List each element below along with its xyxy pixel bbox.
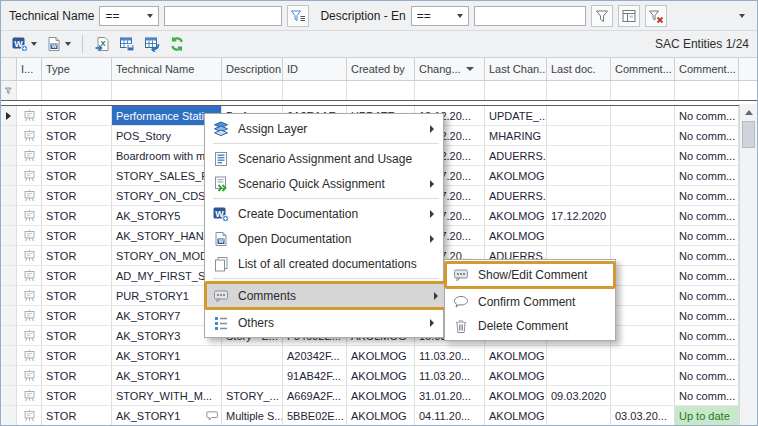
filter-button[interactable]	[591, 5, 613, 27]
cell-created[interactable]: AKOLMOG	[347, 406, 415, 425]
cell-entity-icon[interactable]	[17, 406, 42, 425]
cell-entity-icon[interactable]	[17, 286, 42, 305]
menu-item-create-documentation[interactable]: WCreate Documentation	[207, 201, 441, 226]
cell-comment1[interactable]	[611, 106, 675, 125]
cell-comment1[interactable]	[611, 146, 675, 165]
filter-cell[interactable]	[675, 81, 739, 100]
menu-item-show-edit-comment[interactable]: Show/Edit Comment	[444, 261, 616, 289]
column-header-technical-name[interactable]: Technical Name	[112, 58, 222, 80]
cell-tech[interactable]: AK_STORY1	[112, 346, 222, 365]
menu-item-scenario-quick-assignment[interactable]: Scenario Quick Assignment	[207, 171, 441, 196]
cell-last_doc[interactable]: 09.03.2020	[547, 386, 611, 405]
row-indicator-cell[interactable]	[1, 186, 17, 205]
cell-comment1[interactable]	[611, 166, 675, 185]
export-excel-button[interactable]: X	[91, 33, 113, 55]
filter-condition-button[interactable]	[287, 5, 309, 27]
cell-last_doc[interactable]	[547, 166, 611, 185]
load-layout-button[interactable]	[141, 33, 163, 55]
cell-comment2[interactable]: No comm...	[675, 206, 739, 225]
cell-last_chan[interactable]: ADUERRS...	[485, 146, 547, 165]
cell-comment1[interactable]	[611, 266, 675, 285]
cell-last_chan[interactable]: AKOLMOG	[485, 366, 547, 385]
row-indicator-cell[interactable]	[1, 366, 17, 385]
cell-desc[interactable]: STORY_...	[222, 386, 283, 405]
cell-last_doc[interactable]	[547, 226, 611, 245]
filter-cell[interactable]	[485, 81, 547, 100]
cell-type[interactable]: STOR	[42, 106, 112, 125]
cell-tech[interactable]: STORY_WITH_M...	[112, 386, 222, 405]
cell-last_doc[interactable]	[547, 186, 611, 205]
menu-item-others[interactable]: Others	[207, 310, 441, 335]
filter-cell[interactable]	[283, 81, 347, 100]
row-indicator-cell[interactable]	[1, 306, 17, 325]
row-indicator-cell[interactable]	[1, 386, 17, 405]
cell-entity-icon[interactable]	[17, 386, 42, 405]
cell-comment2[interactable]: No comm...	[675, 146, 739, 165]
cell-entity-icon[interactable]	[17, 246, 42, 265]
filter-cell[interactable]	[42, 81, 112, 100]
table-row[interactable]: STORAK_STORY191AB42F...AKOLMOG11.03.20..…	[1, 366, 757, 386]
cell-last_chan[interactable]: AKOLMOG	[485, 406, 547, 425]
filter-cell[interactable]	[112, 81, 222, 100]
cell-comment2[interactable]: No comm...	[675, 366, 739, 385]
row-indicator-cell[interactable]	[1, 346, 17, 365]
cell-entity-icon[interactable]	[17, 306, 42, 325]
cell-created[interactable]: AKOLMOG	[347, 386, 415, 405]
clear-filter-button[interactable]	[645, 5, 667, 27]
cell-last_chan[interactable]: AKOLMOG	[485, 166, 547, 185]
row-indicator-cell[interactable]	[1, 406, 17, 425]
menu-item-comments[interactable]: Comments	[204, 281, 448, 310]
cell-last_doc[interactable]	[547, 366, 611, 385]
cell-entity-icon[interactable]	[17, 206, 42, 225]
cell-comment2[interactable]: No comm...	[675, 186, 739, 205]
cell-id[interactable]: A20342F...	[283, 346, 347, 365]
scroll-up-button[interactable]	[740, 104, 757, 120]
cell-comment2[interactable]: No comm...	[675, 266, 739, 285]
cell-type[interactable]: STOR	[42, 326, 112, 345]
cell-entity-icon[interactable]	[17, 146, 42, 165]
menu-item-list-of-all-created-documentations[interactable]: List of all created documentations	[207, 251, 441, 276]
cell-comment2[interactable]: No comm...	[675, 246, 739, 265]
column-header-last-doc-[interactable]: Last doc.	[547, 58, 611, 80]
row-indicator-cell[interactable]	[1, 146, 17, 165]
cell-type[interactable]: STOR	[42, 126, 112, 145]
cell-tech[interactable]: AK_STORY1	[112, 366, 222, 385]
row-indicator-cell[interactable]	[1, 106, 17, 125]
scrollbar-thumb[interactable]	[742, 121, 755, 148]
cell-last_doc[interactable]	[547, 346, 611, 365]
cell-id[interactable]: A669A2F...	[283, 386, 347, 405]
cell-chang[interactable]: 11.03.20...	[415, 366, 485, 385]
cell-id[interactable]: 5BBE02E...	[283, 406, 347, 425]
cell-type[interactable]: STOR	[42, 386, 112, 405]
cell-entity-icon[interactable]	[17, 226, 42, 245]
cell-comment2[interactable]: No comm...	[675, 326, 739, 345]
cell-type[interactable]: STOR	[42, 286, 112, 305]
cell-type[interactable]: STOR	[42, 266, 112, 285]
filter-field2-input[interactable]	[474, 6, 586, 26]
create-word-doc-button[interactable]: W	[9, 33, 40, 55]
column-header-type[interactable]: Type	[42, 58, 112, 80]
column-header-id[interactable]: ID	[283, 58, 347, 80]
cell-created[interactable]: AKOLMOG	[347, 346, 415, 365]
cell-desc[interactable]: Multiple S...	[222, 406, 283, 425]
cell-comment1[interactable]	[611, 186, 675, 205]
row-indicator-cell[interactable]	[1, 206, 17, 225]
cell-comment1[interactable]	[611, 126, 675, 145]
filter-field2-operator-select[interactable]: ==	[411, 6, 469, 26]
cell-created[interactable]: AKOLMOG	[347, 366, 415, 385]
cell-last_doc[interactable]	[547, 106, 611, 125]
row-indicator-cell[interactable]	[1, 286, 17, 305]
vertical-scrollbar[interactable]	[739, 104, 757, 425]
cell-comment2[interactable]: No comm...	[675, 226, 739, 245]
filter-cell[interactable]	[222, 81, 283, 100]
cell-last_chan[interactable]: AKOLMOG	[485, 226, 547, 245]
cell-type[interactable]: STOR	[42, 306, 112, 325]
column-header-chang-[interactable]: Chang...	[415, 58, 485, 80]
cell-comment1[interactable]	[611, 306, 675, 325]
cell-comment1[interactable]	[611, 386, 675, 405]
cell-comment1[interactable]	[611, 226, 675, 245]
cell-type[interactable]: STOR	[42, 346, 112, 365]
filter-cell[interactable]	[611, 81, 675, 100]
chevron-down-icon[interactable]	[65, 42, 71, 46]
cell-desc[interactable]	[222, 346, 283, 365]
